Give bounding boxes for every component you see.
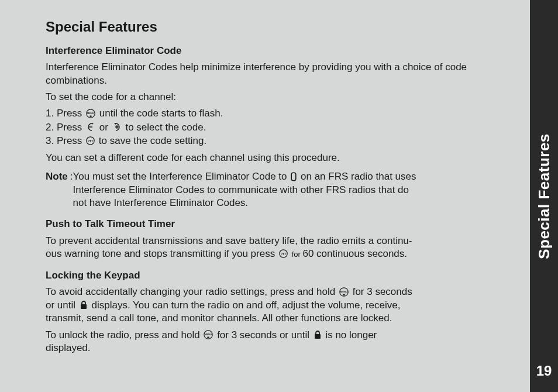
text: ous warning tone and stops transmitting … [46,248,278,259]
page-number: 19 [530,363,558,379]
text: until the code starts to flash. [99,108,223,119]
ptt-icon: PTT [279,249,288,258]
text: displayed. [46,342,501,355]
ptt-para: To prevent accidental transmissions and … [46,235,501,261]
text: or until [46,300,78,311]
text: is no longer [325,329,377,341]
zero-icon [291,172,297,181]
text: or [99,122,111,133]
menu-icon: MENU [339,287,349,297]
page-title: Special Features [46,18,501,36]
iec-intro: Interference Eliminator Codes help minim… [46,61,501,87]
iec-step-1: 1. Press MENU until the code starts to f… [46,107,501,120]
svg-text:MENU: MENU [340,290,347,293]
text: to save the code setting. [99,135,206,146]
iec-step-3: 3. Press PTT to save the code setting. [46,135,501,147]
text: To avoid accidentally changing your radi… [46,286,338,297]
svg-text:MENU: MENU [205,333,212,336]
text: 2. Press [46,122,85,133]
iec-note: Note: You must set the Interference Elim… [46,170,501,209]
plus-right-icon [112,123,122,131]
page: Special Features Interference Eliminator… [0,0,558,392]
iec-steps: 1. Press MENU until the code starts to f… [46,107,501,147]
section-iec-title: Interference Eliminator Code [46,44,501,57]
svg-rect-2 [89,115,91,116]
sidebar-label-container: Special Features [530,0,558,392]
svg-rect-20 [315,334,321,339]
svg-marker-5 [114,123,116,125]
svg-text:PTT: PTT [281,252,286,256]
main-content: Special Features Interference Eliminator… [46,18,501,358]
note-body: You must set the Interference Eliminator… [73,170,501,209]
text: Interference Eliminator Codes to communi… [73,184,501,197]
text: 1. Press [46,108,85,119]
svg-rect-15 [343,294,345,295]
text: 3. Press [46,135,85,146]
section-ptt-title: Push to Talk Timeout Timer [46,218,501,231]
lock-para-2: To unlock the radio, press and hold MENU… [46,329,501,355]
menu-icon: MENU [204,330,213,339]
iec-step-2: 2. Press or [46,121,501,134]
iec-to-set: To set the code for a channel: [46,91,501,104]
text: not have Interference Eliminator Codes. [73,197,501,209]
minus-left-icon [86,123,95,131]
svg-rect-19 [208,336,209,338]
svg-rect-16 [81,304,87,309]
text: on an FRS radio that uses [301,171,416,182]
iec-after: You can set a different code for each ch… [46,152,501,164]
text: displays. You can turn the radio on and … [91,300,400,311]
text: for [292,250,303,259]
sidebar-tab: Special Features 19 [530,0,558,392]
text: to select the code. [125,122,206,133]
note-label: Note [46,171,68,182]
ptt-icon: PTT [86,136,95,145]
lock-icon [314,330,322,339]
sidebar-label: Special Features [535,133,553,259]
section-lock-title: Locking the Keypad [46,269,501,282]
svg-rect-10 [291,173,296,181]
text: 60 continuous seconds. [302,248,407,259]
text: for 3 seconds [353,286,412,297]
menu-icon: MENU [86,109,95,118]
text: transmit, send a call tone, and monitor … [46,312,501,325]
text: To prevent accidental transmissions and … [46,235,501,247]
text: You must set the Interference Eliminator… [73,171,290,182]
svg-text:MENU: MENU [87,112,94,115]
text: To unlock the radio, press and hold [46,329,202,341]
lock-para-1: To avoid accidentally changing your radi… [46,286,501,325]
lock-icon [80,300,88,310]
text: for 3 seconds or until [217,329,312,341]
svg-text:PTT: PTT [88,139,93,143]
svg-marker-3 [92,123,94,125]
